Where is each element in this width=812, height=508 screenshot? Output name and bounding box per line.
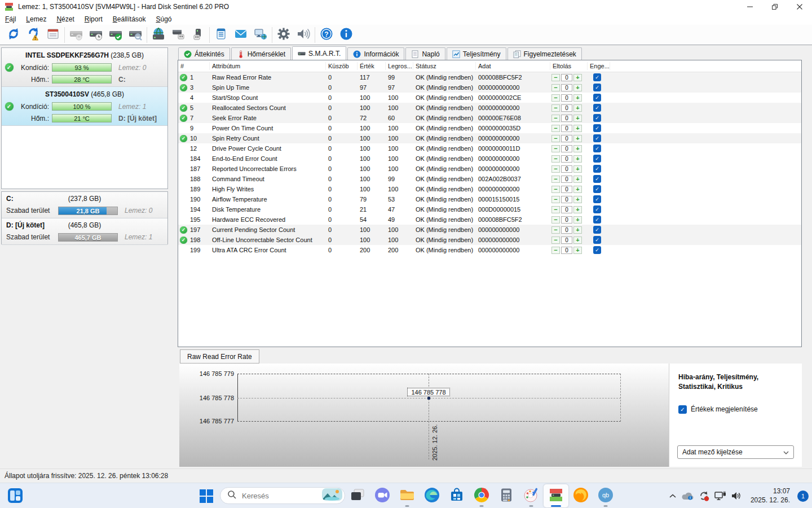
table-row[interactable]: 184End-to-End Error Count0100100OK (Mind… <box>178 154 801 164</box>
offset-plus-button[interactable]: + <box>573 125 582 132</box>
menu-nezet[interactable]: Nézet <box>51 14 79 24</box>
table-row[interactable]: 1Raw Read Error Rate011799OK (Mindig ren… <box>178 72 801 82</box>
data-field-dropdown[interactable]: Adat mező kijelzése <box>677 445 794 459</box>
store-taskbar-button[interactable] <box>444 484 469 507</box>
disk-search-button[interactable] <box>128 28 143 42</box>
help-button[interactable]: ? <box>319 28 334 42</box>
disk-clock-button[interactable] <box>89 28 103 42</box>
menu-sugo[interactable]: Súgó <box>151 14 176 24</box>
offset-minus-button[interactable]: − <box>551 94 560 102</box>
offset-value[interactable]: 0 <box>561 115 572 122</box>
hdsentinel-taskbar-button[interactable] <box>544 484 568 507</box>
offset-minus-button[interactable]: − <box>551 176 560 183</box>
info-button[interactable] <box>339 28 354 42</box>
chrome-taskbar-button[interactable] <box>469 484 494 507</box>
column-header-5[interactable]: Státusz <box>413 62 476 70</box>
show-values-option[interactable]: Értékek megjelenítése <box>678 405 793 414</box>
offset-plus-button[interactable]: + <box>573 135 582 142</box>
table-row[interactable]: 10Spin Retry Count0100100OK (Mindig rend… <box>178 133 801 143</box>
volume-icon[interactable] <box>731 492 742 500</box>
enabled-checkbox[interactable] <box>593 144 601 152</box>
table-row[interactable]: 195Hardware ECC Recovered05449OK (Mindig… <box>178 214 801 225</box>
menu-fajl[interactable]: Fájl <box>0 14 21 24</box>
offset-minus-button[interactable]: − <box>551 206 560 213</box>
offset-value[interactable]: 0 <box>561 84 572 91</box>
offset-plus-button[interactable]: + <box>573 84 582 91</box>
offset-value[interactable]: 0 <box>561 247 572 254</box>
tab-figyelmeztetesek[interactable]: Figyelmeztetések <box>508 47 582 60</box>
offset-minus-button[interactable]: − <box>551 186 560 193</box>
menu-riport[interactable]: Riport <box>80 14 108 24</box>
offset-minus-button[interactable]: − <box>551 237 560 244</box>
column-header-4[interactable]: Legros... <box>386 62 413 70</box>
table-row[interactable]: 194Disk Temperature02147OK (Mindig rendb… <box>178 204 801 214</box>
offset-minus-button[interactable]: − <box>551 155 560 163</box>
qbittorrent-taskbar-button[interactable]: qb <box>593 484 618 507</box>
partition-panel-0[interactable]: (237,8 GB)C:Szabad terület21,8 GBLemez: … <box>2 192 167 218</box>
offset-plus-button[interactable]: + <box>573 216 582 224</box>
tab-s.m.a.r.t.[interactable]: S.M.A.R.T. <box>292 46 346 60</box>
column-header-3[interactable]: Érték <box>358 62 386 70</box>
sound-button[interactable] <box>296 28 311 42</box>
enabled-checkbox[interactable] <box>593 226 601 234</box>
enabled-checkbox[interactable] <box>593 94 601 102</box>
table-row[interactable]: 198Off-Line Uncorrectable Sector Count01… <box>178 235 801 245</box>
enabled-checkbox[interactable] <box>593 175 601 183</box>
offset-minus-button[interactable]: − <box>551 226 560 234</box>
table-row[interactable]: 187Reported Uncorrectable Errors0100100O… <box>178 164 801 174</box>
table-row[interactable]: 4Start/Stop Count0100100OK (Mindig rendb… <box>178 93 801 103</box>
offset-value[interactable]: 0 <box>561 155 572 163</box>
offset-value[interactable]: 0 <box>561 237 572 244</box>
offset-value[interactable]: 0 <box>561 226 572 234</box>
table-row[interactable]: 5Reallocated Sectors Count0100100OK (Min… <box>178 103 801 113</box>
offset-plus-button[interactable]: + <box>573 115 582 122</box>
enabled-checkbox[interactable] <box>593 114 601 122</box>
offset-plus-button[interactable]: + <box>573 206 582 213</box>
table-row[interactable]: 3Spin Up Time09797OK (Mindig rendben)000… <box>178 82 801 93</box>
offset-value[interactable]: 0 <box>561 216 572 224</box>
enabled-checkbox[interactable] <box>593 73 601 81</box>
offset-plus-button[interactable]: + <box>573 104 582 112</box>
taskbar-search[interactable] <box>220 487 345 504</box>
menu-beallitasok[interactable]: Beállítások <box>108 14 151 24</box>
paint-taskbar-button[interactable] <box>519 484 544 507</box>
offset-minus-button[interactable]: − <box>551 84 560 91</box>
column-header-0[interactable]: # <box>178 62 210 70</box>
offset-plus-button[interactable]: + <box>573 186 582 193</box>
enabled-checkbox[interactable] <box>593 124 601 132</box>
column-header-7[interactable]: Eltolás <box>550 62 588 70</box>
calculator-taskbar-button[interactable] <box>494 484 519 507</box>
close-button[interactable] <box>787 0 812 14</box>
onedrive-icon[interactable] <box>681 492 694 500</box>
enabled-checkbox[interactable] <box>593 104 601 112</box>
table-row[interactable]: 12Drive Power Cycle Count0100100OK (Mind… <box>178 143 801 154</box>
offset-minus-button[interactable]: − <box>551 104 560 112</box>
offset-value[interactable]: 0 <box>561 186 572 193</box>
offset-value[interactable]: 0 <box>561 145 572 152</box>
table-row[interactable]: 199Ultra ATA CRC Error Count0200200OK (M… <box>178 245 801 255</box>
table-row[interactable]: 7Seek Error Rate07260OK (Mindig rendben)… <box>178 113 801 123</box>
table-row[interactable]: 9Power On Time Count0100100OK (Mindig re… <box>178 123 801 133</box>
edge-taskbar-button[interactable] <box>420 484 444 507</box>
disk-panel-0[interactable]: INTEL SSDPEKKF256G7H (238,5 GB)Kondíció:… <box>2 48 167 87</box>
start-button[interactable] <box>199 489 214 503</box>
offset-minus-button[interactable]: − <box>551 74 560 81</box>
enabled-checkbox[interactable] <box>593 205 601 213</box>
tab-informaciok[interactable]: Információk <box>347 47 404 60</box>
offset-plus-button[interactable]: + <box>573 226 582 234</box>
firefox-taskbar-button[interactable] <box>568 484 593 507</box>
disk-power-button[interactable] <box>171 28 186 42</box>
offset-minus-button[interactable]: − <box>551 145 560 152</box>
report-button[interactable] <box>46 28 60 42</box>
mail-button[interactable] <box>233 28 248 42</box>
column-header-1[interactable]: Attribútum <box>210 62 326 70</box>
taskbar-clock[interactable]: 13:07 2025. 12. 26. <box>751 487 790 505</box>
disk-plug-button[interactable] <box>69 28 83 42</box>
notification-count-badge[interactable]: 1 <box>797 491 809 502</box>
offset-value[interactable]: 0 <box>561 104 572 112</box>
disk-check-button[interactable] <box>108 28 123 42</box>
settings-button[interactable] <box>276 28 291 42</box>
enabled-checkbox[interactable] <box>593 185 601 193</box>
offset-value[interactable]: 0 <box>561 74 572 81</box>
offset-value[interactable]: 0 <box>561 176 572 183</box>
